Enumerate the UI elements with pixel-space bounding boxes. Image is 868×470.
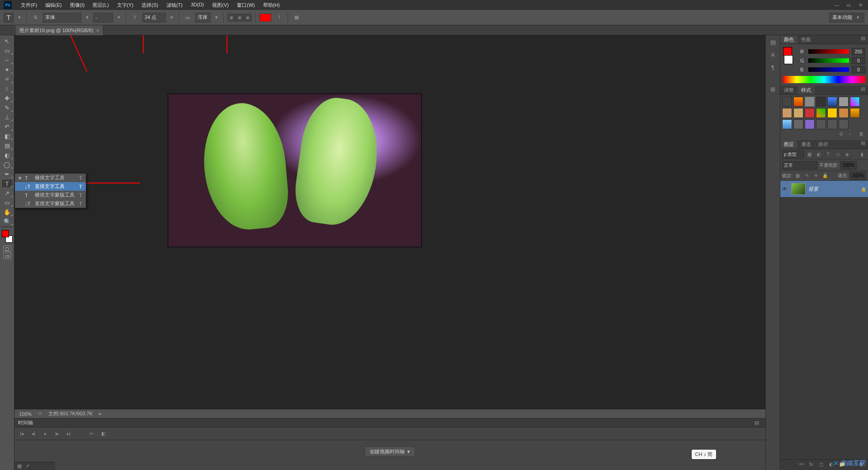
- layer-visibility-icon[interactable]: 👁: [782, 186, 788, 192]
- status-refresh-icon[interactable]: ⟳: [38, 411, 42, 417]
- opacity-input[interactable]: [840, 161, 857, 169]
- lock-all-icon[interactable]: 🔒: [821, 172, 829, 179]
- align-right-button[interactable]: ≡: [244, 14, 252, 22]
- workspace-arrow[interactable]: ▾: [855, 14, 861, 20]
- style-swatch[interactable]: [793, 97, 803, 107]
- blur-tool[interactable]: ◐: [1, 150, 13, 160]
- canvas-area[interactable]: 100% ⟳ 文档:903.7K/903.7K ▸ 时间轴 ▤ |◂ ◂| ▸ …: [14, 35, 765, 470]
- text-orientation-toggle[interactable]: ⇅: [30, 13, 40, 23]
- healing-brush-tool[interactable]: ✚: [1, 94, 13, 103]
- marquee-tool[interactable]: ▭: [1, 46, 13, 55]
- chevron-down-icon[interactable]: ▾: [407, 449, 410, 455]
- menu-layer[interactable]: 图层(L): [89, 0, 112, 10]
- layers-panel-menu-icon[interactable]: ▤: [858, 140, 868, 149]
- filter-smart-icon[interactable]: ◈: [843, 150, 851, 159]
- document-info[interactable]: 文档:903.7K/903.7K: [48, 410, 93, 417]
- quickmask-mode[interactable]: ◻: [3, 245, 11, 252]
- timeline-next-frame[interactable]: |▸: [53, 430, 61, 437]
- pen-tool[interactable]: ✒: [1, 169, 13, 179]
- style-swatch[interactable]: [816, 119, 826, 129]
- clone-stamp-tool[interactable]: ⊥: [1, 113, 13, 122]
- style-swatch[interactable]: [782, 108, 792, 118]
- styles-delete-icon[interactable]: 🗑: [859, 131, 866, 138]
- crop-tool[interactable]: ⌗: [1, 75, 13, 84]
- timeline-cut-icon[interactable]: ✂: [88, 430, 95, 437]
- close-button[interactable]: ✕: [856, 1, 864, 9]
- style-swatch[interactable]: [839, 97, 849, 107]
- eyedropper-tool[interactable]: ⫶: [1, 84, 13, 93]
- blend-mode-dropdown[interactable]: 正常: [782, 161, 817, 169]
- minimize-button[interactable]: —: [833, 1, 841, 9]
- style-swatch[interactable]: [793, 119, 803, 129]
- style-swatch[interactable]: [827, 97, 837, 107]
- style-swatch[interactable]: [816, 108, 826, 118]
- fill-input[interactable]: [850, 172, 866, 180]
- timeline-play[interactable]: ▸: [42, 430, 49, 437]
- tab-color[interactable]: 颜色: [780, 35, 797, 44]
- b-slider[interactable]: [808, 67, 849, 72]
- style-swatch[interactable]: [850, 108, 860, 118]
- layer-name[interactable]: 背景: [808, 186, 858, 193]
- menu-image[interactable]: 图像(I): [66, 0, 88, 10]
- history-brush-tool[interactable]: ↶: [1, 122, 13, 131]
- history-panel-icon[interactable]: ▤: [768, 37, 778, 47]
- menu-select[interactable]: 选择(S): [138, 0, 162, 10]
- dodge-tool[interactable]: ◯: [1, 160, 13, 169]
- menu-edit[interactable]: 编辑(E): [42, 0, 66, 10]
- style-swatch[interactable]: [839, 119, 849, 129]
- menu-file[interactable]: 文件(F): [17, 0, 41, 10]
- filter-adjust-icon[interactable]: ◐: [815, 150, 823, 159]
- timeline-prev-frame[interactable]: ◂|: [30, 430, 37, 437]
- tab-swatches[interactable]: 色板: [797, 35, 815, 44]
- screen-mode[interactable]: ▭: [3, 253, 11, 259]
- menu-view[interactable]: 视图(V): [208, 0, 232, 10]
- zoom-tool[interactable]: 🔍: [1, 217, 13, 226]
- r-slider[interactable]: [808, 49, 849, 54]
- properties-panel-icon[interactable]: ⊞: [768, 84, 778, 94]
- maximize-button[interactable]: ▭: [844, 1, 853, 9]
- type-tool[interactable]: T: [1, 179, 13, 188]
- gradient-tool[interactable]: ▤: [1, 141, 13, 150]
- rectangle-tool[interactable]: ▭: [1, 198, 13, 207]
- style-swatch[interactable]: [782, 119, 792, 129]
- b-value-input[interactable]: [852, 66, 865, 73]
- styles-clear-icon[interactable]: ⊘: [839, 131, 846, 138]
- hand-tool[interactable]: ✋: [1, 207, 13, 216]
- timeline-first-frame[interactable]: |◂: [18, 430, 25, 437]
- font-size-dropdown[interactable]: 24 点: [142, 13, 166, 23]
- filter-toggle-icon[interactable]: ▮: [858, 150, 866, 159]
- style-swatch[interactable]: [805, 97, 815, 107]
- layer-mask-icon[interactable]: ◻: [819, 461, 826, 469]
- lock-transparency-icon[interactable]: ▦: [794, 172, 802, 179]
- foreground-color-swatch[interactable]: [2, 230, 9, 237]
- layer-locked-icon[interactable]: 🔒: [861, 187, 866, 192]
- timeline-menu-icon[interactable]: ▤: [752, 420, 762, 426]
- path-selection-tool[interactable]: ↗: [1, 188, 13, 197]
- tab-channels[interactable]: 通道: [797, 140, 815, 149]
- filter-type-icon[interactable]: T: [824, 150, 832, 159]
- character-panel-button[interactable]: ▦: [292, 13, 302, 23]
- paragraph-panel-icon[interactable]: ¶: [768, 62, 778, 72]
- style-swatch[interactable]: [816, 97, 826, 107]
- style-swatch[interactable]: [782, 97, 792, 107]
- timeline-mode-icon[interactable]: ▦: [17, 463, 22, 469]
- document-tab[interactable]: 图片素材19.png @ 100%(RGB/8) ✕: [16, 25, 104, 35]
- g-value-input[interactable]: [852, 57, 865, 64]
- font-style-arrow[interactable]: ▾: [116, 14, 122, 20]
- lasso-tool[interactable]: ⌢: [1, 56, 13, 65]
- flyout-horizontal-mask-type[interactable]: T 横排文字蒙版工具 T: [15, 191, 86, 199]
- tab-styles[interactable]: 样式: [797, 86, 815, 94]
- antialias-dropdown[interactable]: 浑厚: [195, 13, 211, 23]
- menu-3d[interactable]: 3D(D): [187, 0, 208, 10]
- layer-row-background[interactable]: 👁 背景 🔒: [780, 181, 868, 197]
- color-spectrum[interactable]: [783, 76, 865, 83]
- color-foreground-swatch[interactable]: [783, 47, 792, 56]
- brush-tool[interactable]: ✎: [1, 103, 13, 112]
- text-color-swatch[interactable]: [259, 14, 271, 22]
- align-left-button[interactable]: ≡: [227, 14, 236, 22]
- style-swatch[interactable]: [805, 108, 815, 118]
- flyout-vertical-mask-type[interactable]: ↓T 直排文字蒙版工具 T: [15, 199, 86, 208]
- r-value-input[interactable]: [852, 48, 865, 55]
- style-swatch[interactable]: [827, 119, 837, 129]
- warp-text-button[interactable]: ⌇: [274, 13, 284, 23]
